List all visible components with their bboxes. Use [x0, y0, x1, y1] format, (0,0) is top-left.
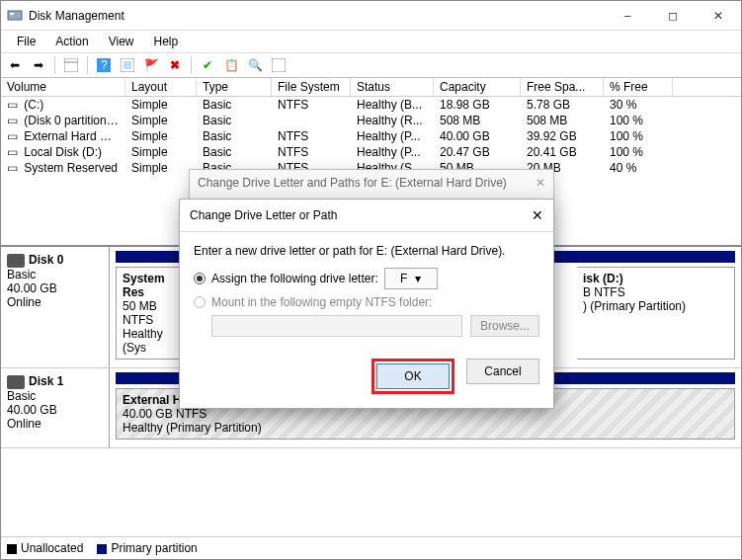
flag-icon[interactable]: 🚩 — [141, 55, 161, 75]
drive-letter-select[interactable]: F ▾ — [384, 268, 438, 289]
volume-name: Local Disk (D:) — [24, 145, 102, 159]
app-icon — [7, 8, 23, 24]
volume-icon: ▭ — [7, 114, 21, 127]
volume-name: System Reserved — [24, 161, 118, 175]
volume-icon: ▭ — [7, 145, 21, 159]
partition-sub: B NTFS — [583, 285, 625, 299]
radio-label: Assign the following drive letter: — [211, 272, 378, 285]
disk-type: Basic — [7, 389, 36, 403]
volume-icon: ▭ — [7, 98, 21, 112]
disk-name: Disk 0 — [29, 253, 63, 267]
svg-text:?: ? — [101, 58, 108, 72]
volume-icon: ▭ — [7, 161, 21, 175]
col-type[interactable]: Type — [197, 78, 272, 96]
chevron-down-icon: ▾ — [415, 272, 421, 285]
partition-title: isk (D:) — [583, 272, 623, 285]
forward-icon[interactable]: ➡ — [29, 55, 48, 75]
list-icon[interactable] — [269, 55, 289, 75]
partition-sub: 50 MB NTFS — [123, 299, 157, 327]
table-row[interactable]: ▭ (Disk 0 partition 3) SimpleBasicHealth… — [1, 113, 741, 128]
legend: Unallocated Primary partition — [1, 536, 741, 559]
menubar: File Action View Help — [1, 31, 741, 53]
disk-state: Online — [7, 417, 41, 431]
tool-table-icon[interactable] — [61, 55, 81, 75]
check-icon[interactable]: ✔ — [198, 55, 217, 75]
radio-mount-folder[interactable] — [194, 296, 206, 308]
browse-button: Browse... — [470, 315, 539, 337]
col-freespace[interactable]: Free Spa... — [521, 78, 604, 96]
svg-rect-2 — [64, 58, 78, 72]
svg-rect-1 — [10, 13, 14, 15]
ok-button-highlight: OK — [371, 359, 454, 394]
help-icon[interactable]: ? — [94, 55, 114, 75]
partition-sub: Healthy (Sys — [123, 327, 163, 355]
search-icon[interactable]: 🔍 — [245, 55, 265, 75]
svg-rect-8 — [272, 58, 286, 72]
volume-name: (Disk 0 partition 3) — [24, 114, 120, 127]
close-icon[interactable]: ✕ — [536, 176, 545, 190]
close-icon[interactable]: ✕ — [532, 207, 543, 223]
radio-label: Mount in the following empty NTFS folder… — [211, 295, 432, 309]
svg-rect-0 — [8, 11, 22, 20]
col-status[interactable]: Status — [351, 78, 434, 96]
partition-box[interactable]: isk (D:) B NTFS ) (Primary Partition) — [577, 267, 735, 360]
parent-dialog-title: Change Drive Letter and Paths for E: (Ex… — [198, 176, 507, 190]
partition-title: System Res — [123, 272, 165, 299]
col-filesystem[interactable]: File System — [272, 78, 351, 96]
partition-sub: Healthy (Primary Partition) — [123, 421, 262, 435]
volume-icon: ▭ — [7, 129, 21, 143]
disk-icon — [7, 254, 25, 268]
menu-help[interactable]: Help — [144, 33, 189, 50]
partition-sub: ) (Primary Partition) — [583, 299, 686, 313]
ok-button[interactable]: OK — [376, 363, 450, 389]
dialog-instruction: Enter a new drive letter or path for E: … — [194, 244, 539, 258]
col-volume[interactable]: Volume — [1, 78, 125, 96]
toolbar: ⬅ ➡ ? 🚩 ✖ ✔ 📋 🔍 — [1, 53, 741, 78]
col-capacity[interactable]: Capacity — [434, 78, 521, 96]
maximize-button[interactable]: ◻ — [650, 1, 696, 31]
disk-meta[interactable]: Disk 0 Basic 40.00 GB Online — [1, 247, 110, 367]
disk-size: 40.00 GB — [7, 403, 57, 417]
cancel-button[interactable]: Cancel — [466, 359, 539, 384]
disk-icon — [7, 375, 25, 389]
drive-letter-value: F — [400, 272, 407, 285]
disk-name: Disk 1 — [29, 374, 63, 388]
mount-path-input — [211, 315, 462, 337]
disk-meta[interactable]: Disk 1 Basic 40.00 GB Online — [1, 368, 110, 447]
legend-label: Unallocated — [21, 541, 83, 555]
menu-view[interactable]: View — [99, 33, 144, 50]
paste-icon[interactable]: 📋 — [221, 55, 241, 75]
table-row[interactable]: ▭ Local Disk (D:) SimpleBasicNTFSHealthy… — [1, 144, 741, 160]
partition-box[interactable]: System Res 50 MB NTFS Healthy (Sys — [116, 267, 185, 360]
partition-sub: 40.00 GB NTFS — [123, 407, 206, 421]
disk-type: Basic — [7, 268, 36, 281]
legend-label: Primary partition — [111, 541, 197, 555]
volume-name: External Hard Driv... — [24, 129, 125, 143]
titlebar: Disk Management – ◻ ✕ — [1, 1, 741, 31]
change-drive-letter-dialog: Change Drive Letter or Path ✕ Enter a ne… — [179, 199, 554, 409]
dialog-title: Change Drive Letter or Path — [190, 208, 337, 222]
window-title: Disk Management — [29, 9, 605, 23]
col-pctfree[interactable]: % Free — [604, 78, 673, 96]
delete-icon[interactable]: ✖ — [165, 55, 185, 75]
menu-action[interactable]: Action — [45, 33, 98, 50]
menu-file[interactable]: File — [7, 33, 45, 50]
volume-table-header: Volume Layout Type File System Status Ca… — [1, 78, 741, 97]
legend-swatch-primary — [97, 544, 107, 554]
legend-swatch-unallocated — [7, 544, 17, 554]
volume-name: (C:) — [24, 98, 43, 112]
disk-size: 40.00 GB — [7, 281, 57, 295]
svg-rect-7 — [124, 61, 131, 69]
back-icon[interactable]: ⬅ — [5, 55, 25, 75]
settings-icon[interactable] — [118, 55, 137, 75]
radio-assign-letter[interactable] — [194, 273, 206, 284]
table-row[interactable]: ▭ External Hard Driv... SimpleBasicNTFSH… — [1, 128, 741, 144]
close-button[interactable]: ✕ — [696, 1, 741, 31]
minimize-button[interactable]: – — [605, 1, 650, 31]
disk-state: Online — [7, 295, 41, 309]
table-row[interactable]: ▭ (C:) SimpleBasicNTFSHealthy (B...18.98… — [1, 97, 741, 113]
col-layout[interactable]: Layout — [125, 78, 197, 96]
